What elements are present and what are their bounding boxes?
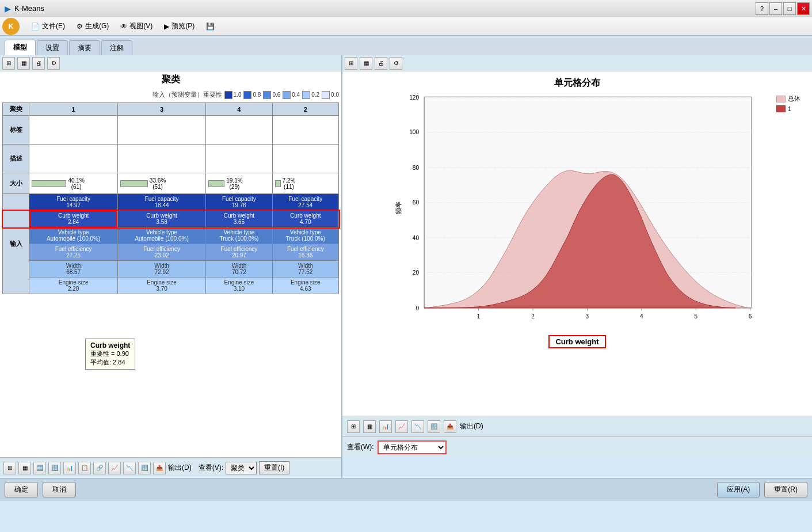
label-3 [117,116,205,145]
veh-type-3[interactable]: Vehicle typeAutomobile (100.0%) [117,227,205,244]
cancel-btn[interactable]: 取消 [43,482,76,497]
minimize-btn[interactable]: – [769,2,782,15]
table-row-curb-weight[interactable]: Curb weight2.84 Curb weight3.58 Curb wei… [3,211,339,227]
engine-1[interactable]: Engine size2.20 [29,278,117,294]
menu-view[interactable]: 👁 视图(V) [116,19,157,33]
width-4[interactable]: Width70.72 [206,261,272,278]
menu-generate[interactable]: ⚙ 生成(G) [72,19,113,33]
btm-left-btn-8[interactable]: 📈 [108,462,121,474]
svg-text:120: 120 [409,94,419,101]
btm-left-btn-10[interactable]: 🔢 [138,462,151,474]
preview-icon: ▶ [164,22,169,31]
importance-legend: 输入（预测变量）重要性 1.0 0.8 0.6 0.4 [2,90,339,99]
fuel-cap-1[interactable]: Fuel capacity14.97 [29,194,117,211]
tab-summary[interactable]: 摘要 [69,40,100,55]
curb-weight-4[interactable]: Curb weight3.65 [206,211,272,227]
btm-left-btn-4[interactable]: 🔢 [48,462,61,474]
file-icon: 📄 [31,22,40,31]
table-row-width[interactable]: Width68.57 Width72.92 Width70.72 Width77… [3,261,339,278]
size-2: 7.2%(11) [272,173,338,194]
btm-right-btn-3[interactable]: 📊 [379,420,392,433]
svg-text:60: 60 [413,199,420,206]
fuel-eff-3[interactable]: Fuel efficiency23.02 [117,244,205,261]
tab-settings[interactable]: 设置 [37,40,68,55]
btm-left-btn-3[interactable]: 🔤 [33,462,46,474]
svg-text:100: 100 [409,129,419,135]
veh-type-1[interactable]: Vehicle typeAutomobile (100.0%) [29,227,117,244]
reset-btn-left[interactable]: 重置(I) [259,461,289,474]
engine-3[interactable]: Engine size3.70 [117,278,205,294]
menu-preview[interactable]: ▶ 预览(P) [159,19,199,33]
fuel-eff-4[interactable]: Fuel efficiency20.97 [206,244,272,261]
chart-title: 单元格分布 [354,77,800,89]
btm-right-btn-6[interactable]: 🔢 [428,420,440,433]
left-toolbar: ⊞ ▦ 🖨 ⚙ [0,55,341,71]
table-row-engine-size[interactable]: Engine size2.20 Engine size3.70 Engine s… [3,278,339,294]
table-row-fuel-capacity[interactable]: 输入 Fuel capacity14.97 Fuel capacity18.44… [3,194,339,211]
legend-1.0: 1.0 [224,91,242,99]
svg-text:频率: 频率 [395,202,402,214]
engine-2[interactable]: Engine size4.63 [272,278,338,294]
fuel-eff-2[interactable]: Fuel efficiency16.36 [272,244,338,261]
curb-weight-2[interactable]: Curb weight4.70 [272,211,338,227]
btm-left-btn-9[interactable]: 📉 [123,462,136,474]
view-select-left[interactable]: 聚类 [226,462,257,474]
right-panel: ⊞ ▦ 🖨 ⚙ 单元格分布 总体 1 [342,55,812,457]
chart-legend: 总体 1 [776,94,800,112]
btm-left-btn-2[interactable]: ▦ [18,462,31,474]
desc-3 [117,145,205,173]
confirm-btn[interactable]: 确定 [5,482,38,497]
tab-model[interactable]: 模型 [5,40,36,55]
fuel-eff-1[interactable]: Fuel efficiency27.25 [29,244,117,261]
right-toolbar-btn-4[interactable]: ⚙ [390,57,402,70]
bottom-left-toolbar: ⊞ ▦ 🔤 🔢 📊 📋 🔗 📈 📉 🔢 📤 输出(D) 查看(V): 聚类 重置… [0,457,341,478]
fuel-cap-2[interactable]: Fuel capacity27.54 [272,194,338,211]
fuel-cap-4[interactable]: Fuel capacity19.76 [206,194,272,211]
right-view-select[interactable]: 单元格分布 聚类中心 聚类比较 [378,440,447,454]
right-toolbar-btn-1[interactable]: ⊞ [345,57,357,70]
table-header-row: 聚类 1 3 4 2 [3,103,339,116]
btm-left-btn-1[interactable]: ⊞ [3,462,16,474]
view-label-left: 查看(V): [199,463,223,473]
help-btn[interactable]: ? [756,2,768,15]
legend-0.4: 0.4 [283,91,300,99]
close-btn[interactable]: ✕ [797,2,810,15]
veh-type-4[interactable]: Vehicle typeTruck (100.0%) [206,227,272,244]
btm-right-btn-4[interactable]: 📈 [395,420,408,433]
right-toolbar: ⊞ ▦ 🖨 ⚙ [342,55,812,71]
col-header-4: 4 [206,103,272,116]
width-2[interactable]: Width77.52 [272,261,338,278]
btm-left-btn-6[interactable]: 📋 [78,462,91,474]
curb-weight-1[interactable]: Curb weight2.84 [29,211,117,227]
reset-btn[interactable]: 重置(R) [764,482,807,497]
right-toolbar-btn-2[interactable]: ▦ [360,57,372,70]
btm-right-btn-2[interactable]: ▦ [363,420,376,433]
engine-4[interactable]: Engine size3.10 [206,278,272,294]
right-toolbar-btn-3[interactable]: 🖨 [375,57,387,70]
cluster-view: 聚类 输入（预测变量）重要性 1.0 0.8 0.6 0.4 [0,71,341,457]
table-row-vehicle-type[interactable]: Vehicle typeAutomobile (100.0%) Vehicle … [3,227,339,244]
toolbar-btn-2[interactable]: ▦ [17,57,30,70]
btm-left-btn-11[interactable]: 📤 [153,462,166,474]
curb-weight-3[interactable]: Curb weight3.58 [117,211,205,227]
btm-left-btn-5[interactable]: 📊 [63,462,76,474]
menu-file[interactable]: 📄 文件(E) [26,19,70,33]
toolbar-btn-3[interactable]: 🖨 [32,57,45,70]
toolbar-btn-4[interactable]: ⚙ [47,57,60,70]
toolbar-btn-1[interactable]: ⊞ [2,57,15,70]
table-row-fuel-efficiency[interactable]: Fuel efficiency27.25 Fuel efficiency23.0… [3,244,339,261]
apply-btn[interactable]: 应用(A) [717,482,760,497]
veh-type-2[interactable]: Vehicle typeTruck (100.0%) [272,227,338,244]
tab-notes[interactable]: 注解 [101,40,132,55]
fuel-cap-3[interactable]: Fuel capacity18.44 [117,194,205,211]
btm-right-btn-1[interactable]: ⊞ [347,420,360,433]
width-3[interactable]: Width72.92 [117,261,205,278]
menu-save[interactable]: 💾 [201,20,219,33]
btm-right-btn-5[interactable]: 📉 [411,420,424,433]
btm-right-btn-7[interactable]: 📤 [444,420,456,433]
width-1[interactable]: Width68.57 [29,261,117,278]
size-3: 33.6%(51) [117,173,205,194]
maximize-btn[interactable]: □ [783,2,796,15]
btm-left-btn-7[interactable]: 🔗 [93,462,106,474]
svg-text:0: 0 [415,305,419,311]
